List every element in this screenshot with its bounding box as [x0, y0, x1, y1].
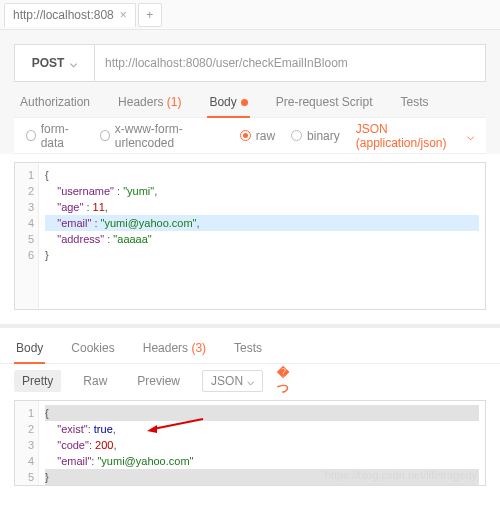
new-tab-button[interactable]: + — [138, 3, 162, 27]
chevron-down-icon: ⌵ — [467, 129, 474, 143]
browser-tab[interactable]: http://localhost:808 × — [4, 3, 136, 27]
radio-urlencoded[interactable]: x-www-form-urlencoded — [100, 122, 224, 150]
content-type-dropdown[interactable]: JSON (application/json)⌵ — [356, 122, 474, 150]
url-input[interactable]: http://localhost:8080/user/checkEmailInB… — [95, 45, 485, 81]
tab-resp-body[interactable]: Body — [14, 341, 45, 363]
gutter: 12345 — [15, 401, 39, 485]
tab-prerequest[interactable]: Pre-request Script — [274, 95, 375, 117]
response-panel: Body Cookies Headers (3) Tests Pretty Ra… — [0, 324, 500, 486]
chevron-down-icon: ⌵ — [70, 56, 77, 70]
radio-icon — [26, 130, 36, 141]
body-type-row: form-data x-www-form-urlencoded raw bina… — [14, 118, 486, 154]
wrap-lines-button[interactable]: �つ — [277, 370, 299, 392]
request-panel: POST⌵ http://localhost:8080/user/checkEm… — [0, 30, 500, 154]
request-subtabs: Authorization Headers (1) Body Pre-reque… — [14, 82, 486, 118]
radio-icon — [100, 130, 110, 141]
close-icon[interactable]: × — [120, 8, 127, 22]
response-subtabs: Body Cookies Headers (3) Tests — [0, 328, 500, 364]
radio-raw[interactable]: raw — [240, 129, 275, 143]
radio-formdata[interactable]: form-data — [26, 122, 84, 150]
watermark: https://blog.csdn.net/lifetragedy — [325, 469, 477, 481]
tab-resp-cookies[interactable]: Cookies — [69, 341, 116, 363]
view-preview-button[interactable]: Preview — [129, 370, 188, 392]
tab-title: http://localhost:808 — [13, 8, 114, 22]
tab-resp-tests[interactable]: Tests — [232, 341, 264, 363]
radio-binary[interactable]: binary — [291, 129, 340, 143]
tab-tests[interactable]: Tests — [398, 95, 430, 117]
tab-headers[interactable]: Headers (1) — [116, 95, 183, 117]
gutter: 123456 — [15, 163, 39, 309]
method-dropdown[interactable]: POST⌵ — [15, 45, 95, 81]
code-area[interactable]: { "username" : "yumi", "age" : 11, "emai… — [39, 163, 485, 309]
tab-body[interactable]: Body — [207, 95, 249, 117]
response-view-row: Pretty Raw Preview JSON⌵ �つ — [0, 364, 500, 398]
response-body-editor[interactable]: 12345 { "exist": true, "code": 200, "ema… — [14, 400, 486, 486]
tab-resp-headers[interactable]: Headers (3) — [141, 341, 208, 363]
radio-icon — [240, 130, 251, 141]
radio-icon — [291, 130, 302, 141]
chevron-down-icon: ⌵ — [247, 374, 254, 388]
wrap-icon: �つ — [277, 366, 299, 397]
modified-dot-icon — [241, 99, 248, 106]
request-row: POST⌵ http://localhost:8080/user/checkEm… — [14, 44, 486, 82]
view-pretty-button[interactable]: Pretty — [14, 370, 61, 392]
tab-authorization[interactable]: Authorization — [18, 95, 92, 117]
request-body-editor[interactable]: 123456 { "username" : "yumi", "age" : 11… — [14, 162, 486, 310]
method-label: POST — [32, 56, 65, 70]
format-dropdown[interactable]: JSON⌵ — [202, 370, 263, 392]
view-raw-button[interactable]: Raw — [75, 370, 115, 392]
window-tabbar: http://localhost:808 × + — [0, 0, 500, 30]
